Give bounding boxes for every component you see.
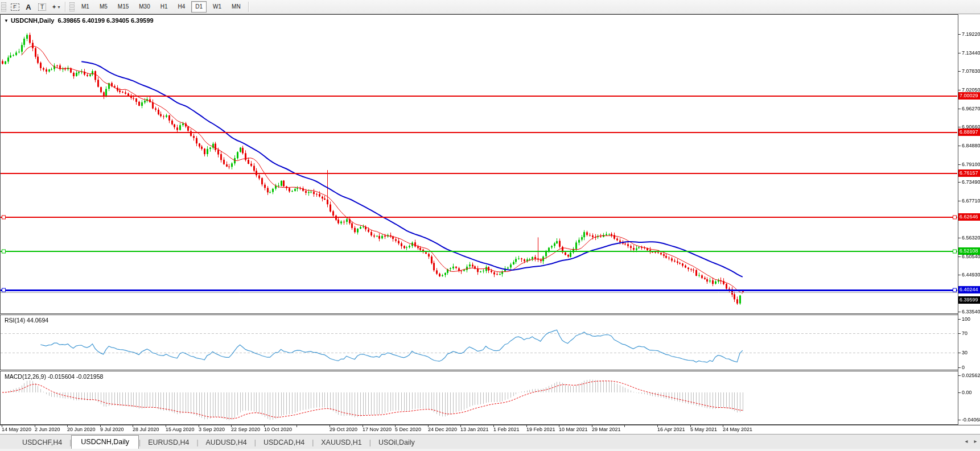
date-label: 5 Dec 2020 (395, 427, 421, 432)
chart-tab-bar: USDCHF,H4|USDCNH,Daily|EURUSD,H4|AUDUSD,… (0, 434, 980, 449)
chart-tab-usoil-daily[interactable]: USOil,Daily (371, 436, 422, 449)
macd-values: -0.015604 -0.021958 (48, 373, 104, 380)
date-label: 3 Sep 2020 (199, 427, 225, 432)
text-label-tool-icon: T (38, 3, 46, 11)
price-tick-label: 7.13440 (962, 50, 980, 56)
date-label: 29 Mar 2021 (592, 427, 621, 432)
text-label-tool-button[interactable]: T (36, 1, 48, 13)
price-tick-label: 6.33540 (962, 309, 980, 315)
price-chart[interactable] (0, 0, 980, 451)
date-label: 24 Dec 2020 (428, 427, 457, 432)
hline-price-badge: 7.00029 (958, 92, 980, 100)
date-label: 17 Nov 2020 (363, 427, 392, 432)
price-tick-label: 6.96270 (962, 106, 980, 111)
text-tool-icon: A (26, 3, 31, 11)
text-tool-button[interactable]: A (22, 1, 35, 13)
date-label: 20 Jun 2020 (67, 427, 96, 432)
price-tick-label: 6.79100 (962, 162, 980, 167)
metatrader-window: FAT✦▾ M1M5M15M30H1H4D1W1MN ▼USDCNH,Daily… (0, 0, 980, 451)
toolbar-grip[interactable] (1, 2, 6, 11)
rsi-label: RSI(14) 44.0694 (5, 317, 48, 324)
rsi-tick-label: 30 (962, 350, 967, 355)
date-label: 15 Aug 2020 (166, 427, 195, 432)
date-label: 9 Jul 2020 (100, 427, 124, 432)
date-label: 2 Jun 2020 (35, 427, 60, 432)
hline-price-badge: 6.62646 (958, 213, 980, 221)
timeframe-button-h4[interactable]: H4 (174, 1, 190, 13)
top-toolbar: FAT✦▾ M1M5M15M30H1H4D1W1MN (0, 0, 980, 14)
chart-title: ▼USDCNH,Daily 6.39865 6.40199 6.39405 6.… (4, 17, 154, 24)
chart-tab-usdcnh-daily[interactable]: USDCNH,Daily (71, 435, 139, 449)
timeframe-button-m5[interactable]: M5 (96, 1, 112, 13)
fibonacci-tool-icon: F (11, 3, 19, 11)
rsi-tick-label: 100 (962, 316, 970, 322)
chart-dropdown-icon[interactable]: ▼ (4, 18, 9, 23)
macd-tick-label: -0.04068 (962, 417, 980, 423)
timeframe-button-m1[interactable]: M1 (77, 1, 93, 13)
price-tick-label: 7.07830 (962, 68, 980, 74)
date-label: 14 May 2020 (2, 427, 31, 432)
date-label: 28 Jul 2020 (133, 427, 159, 432)
toolbar-grip[interactable] (69, 2, 75, 11)
date-label: 22 Sep 2020 (231, 427, 260, 432)
timeframe-button-m30[interactable]: M30 (135, 1, 154, 13)
toolbar-separator (65, 2, 66, 12)
arrows-tool-icon: ✦ (51, 3, 56, 11)
price-tick-label: 6.56320 (962, 235, 980, 241)
price-tick-label: 6.67710 (962, 198, 980, 204)
date-label: 10 Mar 2021 (559, 427, 588, 432)
date-label: 5 May 2021 (690, 427, 717, 432)
date-label: 29 Oct 2020 (330, 427, 357, 432)
price-tick-label: 6.84880 (962, 143, 980, 148)
toolbar-separator (248, 2, 249, 12)
date-label: 19 Feb 2021 (526, 427, 555, 432)
rsi-tick-label: 0 (962, 365, 965, 370)
current-price-badge: 6.39599 (958, 296, 980, 304)
hline-price-badge: 6.76157 (958, 169, 980, 177)
chart-tab-eurusd-h4[interactable]: EURUSD,H4 (141, 436, 196, 449)
price-tick-label: 7.19220 (962, 31, 980, 37)
price-tick-label: 6.73490 (962, 179, 980, 185)
chart-ohlc-values: 6.39865 6.40199 6.39405 6.39599 (57, 17, 153, 24)
chart-tab-xauusd-h1[interactable]: XAUUSD,H1 (314, 436, 369, 449)
rsi-tick-label: 70 (962, 330, 967, 336)
macd-tick-label: 0.00 (962, 390, 972, 395)
rsi-value: 44.0694 (27, 317, 48, 324)
date-label: 24 May 2021 (723, 427, 752, 432)
arrows-tool-button[interactable]: ✦▾ (50, 1, 62, 13)
chart-tab-audusd-h4[interactable]: AUDUSD,H4 (199, 436, 254, 449)
timeframes-toolbar: M1M5M15M30H1H4D1W1MN (76, 1, 246, 13)
timeframe-button-m15[interactable]: M15 (114, 1, 133, 13)
timeframe-button-h1[interactable]: H1 (157, 1, 172, 13)
tab-scroll-right-icon[interactable]: ▸ (972, 438, 979, 444)
macd-label: MACD(12,26,9) -0.015604 -0.021958 (5, 373, 103, 380)
date-label: 16 Apr 2021 (657, 427, 685, 432)
timeframe-button-mn[interactable]: MN (228, 1, 245, 13)
price-tick-label: 6.44930 (962, 272, 980, 278)
dropdown-caret-icon[interactable]: ▾ (58, 5, 60, 10)
hline-price-badge: 6.52108 (958, 247, 980, 255)
timeframe-button-d1[interactable]: D1 (191, 1, 207, 13)
status-strip (0, 449, 980, 451)
chart-symbol: USDCNH,Daily (11, 17, 54, 24)
hline-price-badge: 6.88897 (958, 129, 980, 136)
date-label: 13 Jan 2021 (460, 427, 489, 432)
date-label: 10 Oct 2020 (264, 427, 292, 432)
timeframe-button-w1[interactable]: W1 (209, 1, 225, 13)
chart-tab-usdcad-h4[interactable]: USDCAD,H4 (256, 436, 312, 449)
date-label: 1 Feb 2021 (493, 427, 520, 432)
fibonacci-tool-button[interactable]: F (9, 1, 21, 13)
macd-tick-label: 0.02562 (962, 373, 980, 378)
line-studies-toolbar: FAT✦▾ (8, 1, 63, 13)
hline-price-badge: 6.40244 (958, 286, 980, 293)
tab-scroll-left-icon[interactable]: ◂ (963, 438, 970, 444)
chart-tab-usdchf-h4[interactable]: USDCHF,H4 (15, 436, 69, 449)
